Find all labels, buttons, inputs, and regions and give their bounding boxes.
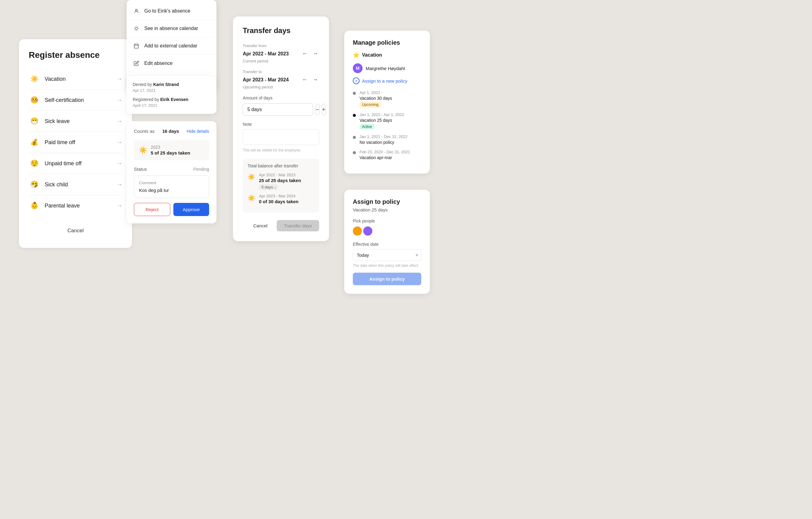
transfer-from-nav: ← → — [301, 50, 319, 57]
action-buttons: Reject Approve — [134, 203, 209, 216]
svg-line-5 — [138, 30, 138, 30]
registered-name: Eirik Evensen — [160, 97, 188, 102]
unpaid-off-label: Unpaid time off — [45, 160, 117, 167]
transfer-to-section: Transfer to Apr 2023 - Mar 2024 ← → Upco… — [243, 70, 319, 89]
approve-button[interactable]: Approve — [173, 203, 209, 216]
timeline-policy-1: Vacation 25 days — [359, 118, 404, 123]
from-balance-emoji: ☀️ — [248, 173, 255, 181]
paid-off-arrow: → — [117, 139, 122, 146]
timeline-item-0: Apr 1, 2022 - Vacation 30 days Upcoming — [353, 90, 421, 107]
registered-date: April 17, 2021 — [133, 103, 210, 108]
comment-title: Comment — [139, 181, 204, 185]
effective-clear-icon[interactable]: × — [415, 252, 418, 258]
transfer-tag: 5 days ↓ — [259, 184, 279, 190]
transfer-to-sub: Upcoming period — [243, 85, 319, 89]
status-label: Status — [134, 166, 147, 172]
timeline-policy-0: Vacation 30 days — [359, 96, 392, 101]
svg-line-4 — [135, 27, 135, 27]
manage-policies-panel: Manage policies ⭐ Vacation M Margrethe H… — [344, 31, 430, 173]
assign-new-policy-row[interactable]: + Assign to a new policy — [353, 77, 421, 84]
absence-item-vacation[interactable]: ☀️ Vacation → — [29, 69, 122, 90]
person-avatar-1 — [353, 226, 362, 236]
timeline-item-3: Feb 23, 2020 - Dec 31, 2021 Vacation apr… — [353, 149, 421, 160]
absence-item-parental[interactable]: 👶 Parental leave → — [29, 195, 122, 216]
absence-item-self-cert[interactable]: 🤒 Self-certification → — [29, 90, 122, 111]
timeline-date-1: Jan 1, 2022 - Apr 1, 2022 — [359, 112, 404, 117]
timeline-content-0: Apr 1, 2022 - Vacation 30 days Upcoming — [359, 90, 392, 107]
amount-increase-button[interactable]: + — [322, 104, 326, 115]
parental-emoji: 👶 — [29, 200, 40, 211]
amount-control: − + — [243, 104, 319, 116]
note-input[interactable] — [243, 129, 319, 145]
counts-label: Counts as — [134, 129, 155, 134]
transfer-from-prev[interactable]: ← — [301, 50, 309, 57]
pick-people-label: Pick people — [353, 218, 421, 223]
transfer-days-panel: Transfer days Transfer from Apr 2022 - M… — [233, 17, 329, 241]
timeline-dot-1 — [353, 114, 356, 117]
calendar-icon — [133, 42, 140, 50]
timeline-dot-2 — [353, 136, 356, 139]
transfer-from-balance-row: ☀️ Apr 2022 - Mar 2023 25 of 25 days tak… — [248, 172, 314, 190]
transfer-to-label: Transfer to — [243, 70, 319, 74]
timeline-content-2: Jan 1, 2021 - Dec 31, 2022 No vacation p… — [359, 134, 408, 145]
status-section: Status Pending Comment Kos deg på tur Re… — [134, 166, 209, 216]
timeline-dot-0 — [353, 92, 356, 95]
amount-decrease-button[interactable]: − — [316, 104, 319, 115]
transfer-to-next[interactable]: → — [311, 76, 319, 84]
total-transfer-box: Total balance after transfer ☀️ Apr 2022… — [243, 159, 319, 213]
svg-rect-10 — [134, 44, 139, 48]
transfer-to-prev[interactable]: ← — [301, 76, 309, 84]
amount-input[interactable] — [243, 104, 313, 116]
from-balance-period: Apr 2022 - Mar 2023 — [259, 172, 301, 177]
balance-box: ☀️ 2023 5 of 25 days taken — [134, 140, 209, 160]
absence-item-paid-off[interactable]: 💰 Paid time off → — [29, 132, 122, 153]
vacation-row: ⭐ Vacation — [353, 52, 421, 58]
timeline-policy-2: No vacation policy — [359, 140, 408, 145]
menu-item-go-to-absence[interactable]: Go to Eirik's absence — [126, 2, 216, 20]
vacation-label: Vacation — [45, 76, 117, 82]
balance-emoji: ☀️ — [139, 146, 147, 154]
transfer-from-label: Transfer from — [243, 44, 319, 48]
reject-button[interactable]: Reject — [134, 203, 170, 216]
go-to-absence-label: Go to Eirik's absence — [144, 8, 191, 14]
transfer-to-period: Apr 2023 - Mar 2024 — [243, 77, 289, 83]
timeline-policy-3: Vacation apr-mar — [359, 155, 410, 160]
to-balance-value: 0 of 30 days taken — [259, 199, 298, 204]
transfer-days-button[interactable]: Transfer days — [277, 220, 319, 231]
assign-title: Assign to policy — [353, 198, 421, 205]
vacation-star-icon: ⭐ — [353, 52, 359, 58]
timeline-dot-3 — [353, 151, 356, 154]
absence-item-sick-child[interactable]: 🤧 Sick child → — [29, 174, 122, 195]
absence-item-sick-leave[interactable]: 😷 Sick leave → — [29, 111, 122, 132]
note-label: Note — [243, 122, 319, 127]
menu-item-add-to-external[interactable]: Add to external calendar — [126, 37, 216, 55]
svg-line-9 — [138, 27, 138, 27]
timeline-item-1: Jan 1, 2022 - Apr 1, 2022 Vacation 25 da… — [353, 112, 421, 130]
from-balance-value: 25 of 25 days taken — [259, 178, 301, 183]
policy-user-row: M Margrethe Høydahl — [353, 63, 421, 73]
assign-to-policy-panel: Assign to policy Vacation 25 days Pick p… — [344, 190, 430, 294]
cancel-transfer-button[interactable]: Cancel — [247, 220, 273, 231]
sick-child-emoji: 🤧 — [29, 179, 40, 190]
paid-off-emoji: 💰 — [29, 137, 40, 148]
timeline-date-0: Apr 1, 2022 - — [359, 90, 392, 95]
vacation-policy-label: Vacation — [362, 52, 382, 58]
menu-item-see-in-calendar[interactable]: See in absence calendar — [126, 20, 216, 37]
people-avatars — [353, 226, 421, 236]
sun-icon — [133, 25, 140, 32]
cancel-button[interactable]: Cancel — [29, 223, 122, 238]
plus-icon: + — [353, 77, 359, 84]
effective-date-input[interactable] — [353, 249, 421, 261]
register-title: Register absence — [29, 50, 122, 60]
effective-input-wrap: × — [353, 249, 421, 261]
timeline-date-2: Jan 1, 2021 - Dec 31, 2022 — [359, 134, 408, 139]
paid-off-label: Paid time off — [45, 139, 117, 146]
timeline-content-1: Jan 1, 2022 - Apr 1, 2022 Vacation 25 da… — [359, 112, 404, 130]
absence-item-unpaid-off[interactable]: 😌 Unpaid time off → — [29, 153, 122, 174]
hide-details-link[interactable]: Hide details — [187, 129, 209, 134]
transfer-from-next[interactable]: → — [311, 50, 319, 57]
status-row: Status Pending — [134, 166, 209, 172]
assign-submit-button[interactable]: Assign to policy — [353, 273, 421, 285]
menu-item-edit-absence[interactable]: Edit absence — [126, 55, 216, 72]
unpaid-off-emoji: 😌 — [29, 158, 40, 169]
